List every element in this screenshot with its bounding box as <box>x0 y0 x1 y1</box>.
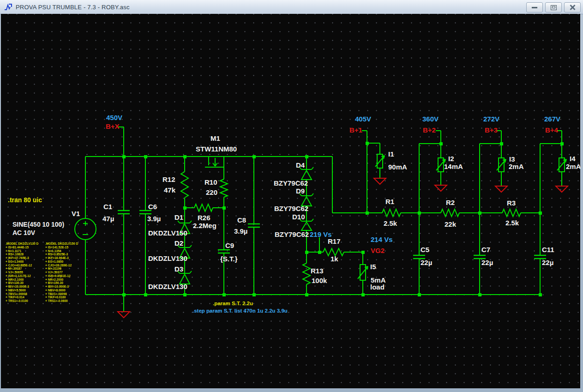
i4-symbol <box>557 158 566 172</box>
label-c11-name[interactable]: C11 <box>542 246 554 253</box>
label-c7-name[interactable]: C7 <box>481 246 490 253</box>
label-i5-name[interactable]: I5 <box>370 263 376 271</box>
net-annotation-267v[interactable]: 267V <box>544 115 560 123</box>
label-c7-value[interactable]: 22µ <box>481 259 493 266</box>
label-r1-value[interactable]: 2.5k <box>384 220 397 227</box>
label-r10-name[interactable]: R10 <box>204 179 217 186</box>
label-v1-name[interactable]: V1 <box>72 210 80 217</box>
net-label-b1[interactable]: B+1 <box>349 127 362 134</box>
label-i1-value[interactable]: 90mA <box>388 163 407 171</box>
label-d9-value[interactable]: BZY79C62 <box>274 205 308 212</box>
c1-symbol <box>118 211 130 214</box>
net-label-b2[interactable]: B+2 <box>423 127 436 134</box>
label-d4-value[interactable]: BZY79C62 <box>274 180 308 187</box>
r3-symbol <box>502 209 521 217</box>
label-r2-name[interactable]: R2 <box>446 199 455 206</box>
net-label-b3[interactable]: B+3 <box>485 127 498 134</box>
label-d2-name[interactable]: D2 <box>174 240 183 247</box>
label-r26-name[interactable]: R26 <box>198 214 210 222</box>
label-c6-value[interactable]: 3.9µ <box>147 215 161 223</box>
i1-symbol <box>375 154 385 168</box>
r1-symbol <box>382 209 401 217</box>
i5-symbol <box>358 265 368 280</box>
title-bar[interactable]: PROVA PSU TRUMBLE - 7.3 - ROBY.asc <box>0 0 583 14</box>
label-i5-load[interactable]: load <box>370 283 385 291</box>
label-c8-value[interactable]: 3.9µ <box>234 228 248 235</box>
label-i3-value[interactable]: 2mA <box>509 163 524 170</box>
label-d10-value[interactable]: BZY79C62 <box>275 231 309 238</box>
restore-icon <box>551 5 557 10</box>
net-annotation-450v[interactable]: 450V <box>106 114 122 121</box>
label-r3-value[interactable]: 2.5k <box>505 219 519 227</box>
label-c11-value[interactable]: 22µ <box>542 259 553 266</box>
label-d4-name[interactable]: D4 <box>296 162 305 169</box>
current-source-symbols[interactable] <box>358 154 566 280</box>
label-c5-value[interactable]: 22µ <box>421 259 432 266</box>
label-d1-name[interactable]: D1 <box>174 214 183 221</box>
label-v1-ac[interactable]: AC 10V <box>12 229 35 236</box>
r26-symbol <box>194 204 213 211</box>
net-annotation-405v[interactable]: 405V <box>355 115 371 123</box>
label-i1-name[interactable]: I1 <box>388 151 394 158</box>
label-d9-name[interactable]: D9 <box>296 187 305 195</box>
label-r13-value[interactable]: 100k <box>312 277 327 284</box>
label-c5-name[interactable]: C5 <box>421 246 429 253</box>
ground-i1 <box>374 178 386 184</box>
label-d3-name[interactable]: D3 <box>174 265 183 273</box>
label-c1-value[interactable]: 47µ <box>102 215 114 223</box>
close-button[interactable] <box>564 2 581 12</box>
directive-param[interactable]: .param S.T. 2.2u <box>213 301 253 306</box>
label-r26-value[interactable]: 2.2Meg <box>193 222 216 229</box>
c6-symbol <box>139 211 151 214</box>
minimize-icon <box>532 7 537 8</box>
label-d3-value[interactable]: DKDZLV130 <box>148 283 187 290</box>
directive-tran[interactable]: .tran 80 uic <box>8 197 42 204</box>
label-r17-value[interactable]: 1k <box>331 255 338 263</box>
label-r17-name[interactable]: R17 <box>328 238 341 245</box>
label-c9-value[interactable]: {S.T.} <box>220 255 238 263</box>
resistor-symbols[interactable] <box>181 172 521 284</box>
r13-symbol <box>303 263 310 284</box>
label-i2-value[interactable]: 14mA <box>444 163 463 170</box>
label-r12-value[interactable]: 47k <box>164 187 175 194</box>
ground-i3 <box>495 186 507 192</box>
label-m1-name[interactable]: M1 <box>210 135 220 142</box>
d4-symbol <box>300 167 313 180</box>
m1-mosfet-symbol[interactable] <box>213 158 217 166</box>
spice-model-dkdzlv130[interactable]: .MODEL DKDZLV130 D + IS=81.444E-15 + N=1… <box>6 242 38 303</box>
minimize-button[interactable] <box>526 2 543 12</box>
label-c1-name[interactable]: C1 <box>103 203 112 211</box>
c11-symbol <box>534 255 546 259</box>
label-r10-value[interactable]: 220 <box>206 189 217 196</box>
label-r3-name[interactable]: R3 <box>507 199 516 207</box>
restore-button[interactable] <box>545 2 562 12</box>
c9-symbol <box>218 250 230 253</box>
net-label-b4[interactable]: B+4 <box>545 127 558 134</box>
directive-step-param[interactable]: .step param S.T. list 470n 1u 2.2u 3.9u <box>192 308 288 314</box>
label-i4-value[interactable]: 2mA <box>566 163 580 170</box>
label-c8-name[interactable]: C8 <box>237 217 246 224</box>
label-i2-name[interactable]: I2 <box>448 155 454 163</box>
label-r1-name[interactable]: R1 <box>385 198 394 205</box>
label-d1-value[interactable]: DKDZLV150 <box>148 229 187 237</box>
net-annotation-272v[interactable]: 272V <box>483 115 499 123</box>
label-m1-value[interactable]: STW11NM80 <box>196 145 237 153</box>
label-d2-value[interactable]: DKDZLV130 <box>148 255 187 262</box>
spice-model-dkdzlv150[interactable]: .MODEL DKDZLV150 D + IS=141.52E-15 + N=1… <box>45 242 78 303</box>
label-d10-name[interactable]: D10 <box>292 213 305 221</box>
label-c6-name[interactable]: C6 <box>148 203 157 211</box>
label-i3-name[interactable]: I3 <box>509 156 515 163</box>
label-r13-name[interactable]: R13 <box>311 267 324 275</box>
net-annotation-214vs[interactable]: 214 Vs <box>371 236 393 243</box>
schematic-drawing <box>1 14 580 388</box>
label-r12-name[interactable]: R12 <box>162 176 175 183</box>
v1-voltage-source-symbol[interactable] <box>75 218 96 240</box>
label-c9-name[interactable]: C9 <box>225 242 234 249</box>
net-label-bx[interactable]: B+X <box>106 123 120 130</box>
net-annotation-360v[interactable]: 360V <box>422 115 439 123</box>
label-i4-name[interactable]: I4 <box>570 155 576 163</box>
label-v1-sine[interactable]: SINE(450 10 100) <box>12 221 64 228</box>
label-r2-value[interactable]: 22k <box>445 221 456 228</box>
schematic-canvas[interactable]: 450V B+X 405V B+1 360V B+2 272V B+3 267V… <box>1 14 580 388</box>
net-label-vg2[interactable]: VG2 <box>371 247 385 254</box>
